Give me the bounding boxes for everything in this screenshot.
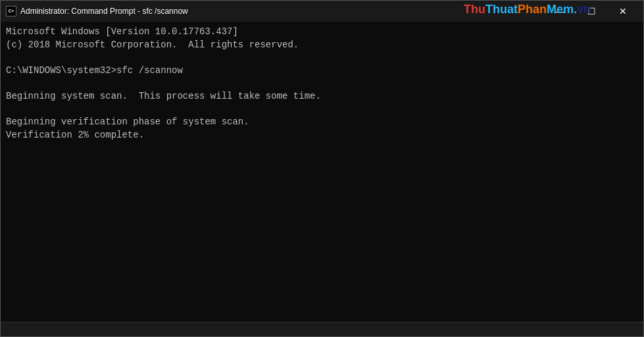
watermark-phan: Phan <box>518 3 547 16</box>
watermark-vn: vn <box>577 3 591 16</box>
watermark-thuat: Thuat <box>485 3 518 16</box>
statusbar <box>1 322 643 336</box>
watermark: ThuThuatPhanMem.vn <box>464 3 591 15</box>
terminal-line-3: C:\WINDOWS\system32>sfc /scannow <box>6 65 638 78</box>
cmd-icon <box>6 6 16 16</box>
close-button[interactable]: ✕ <box>608 1 638 22</box>
terminal-body[interactable]: Microsoft Windows [Version 10.0.17763.43… <box>1 22 643 322</box>
terminal-line-0: Microsoft Windows [Version 10.0.17763.43… <box>6 26 638 39</box>
terminal-line-8: Verification 2% complete. <box>6 129 638 142</box>
terminal-line-7: Beginning verification phase of system s… <box>6 116 638 129</box>
terminal-line-2 <box>6 51 638 65</box>
terminal-line-4 <box>6 77 638 90</box>
terminal-line-6 <box>6 103 638 117</box>
terminal-line-5: Beginning system scan. This process will… <box>6 90 638 103</box>
watermark-mem: Mem <box>547 3 574 16</box>
terminal-line-1: (c) 2018 Microsoft Corporation. All righ… <box>6 39 638 52</box>
titlebar: Administrator: Command Prompt - sfc /sca… <box>1 1 643 22</box>
watermark-thu: Thu <box>464 3 485 16</box>
main-window: Administrator: Command Prompt - sfc /sca… <box>0 0 644 337</box>
app-icon <box>6 6 16 16</box>
